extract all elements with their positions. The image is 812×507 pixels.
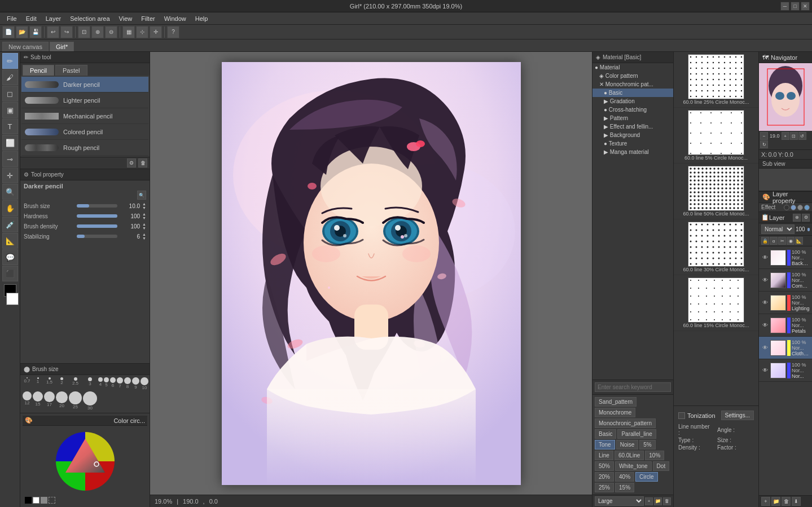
toolbar-open[interactable]: 📂 xyxy=(16,26,28,38)
stabilizing-slider[interactable] xyxy=(77,235,117,238)
toolbar-help[interactable]: ? xyxy=(167,26,179,38)
tool-move[interactable]: ✛ xyxy=(2,167,18,183)
brush-size-item[interactable]: 1.5 xyxy=(44,377,55,390)
tool-eraser[interactable]: ◻ xyxy=(2,86,18,102)
brush-density-stepper[interactable]: ▲▼ xyxy=(142,222,146,230)
menu-help[interactable]: Help xyxy=(191,14,213,23)
toolbar-redo[interactable]: ↪ xyxy=(60,26,73,38)
toolbar-transform[interactable]: ⊹ xyxy=(136,26,148,38)
material-size-select[interactable]: Large Medium Small xyxy=(595,496,644,506)
material-tree-item[interactable]: ▶ Gradation xyxy=(592,97,673,105)
material-tree-item[interactable]: ▶ Effect and fellin... xyxy=(592,122,673,131)
swatch-black[interactable] xyxy=(25,497,32,504)
layer-eye[interactable]: 👁 xyxy=(761,276,769,284)
brush-mechanical-pencil[interactable]: Mechanical pencil xyxy=(21,108,148,124)
tool-zoom[interactable]: 🔍 xyxy=(2,184,18,200)
material-tag[interactable]: 5% xyxy=(639,440,655,449)
stabilizing-stepper[interactable]: ▲▼ xyxy=(142,232,146,240)
minimize-btn[interactable]: ─ xyxy=(780,2,789,11)
material-add-icon[interactable]: + xyxy=(645,497,653,505)
tool-ruler[interactable]: 📐 xyxy=(2,233,18,249)
swatch-white[interactable] xyxy=(33,497,39,504)
brush-density-slider[interactable] xyxy=(77,224,117,228)
nav-zoom-in[interactable]: + xyxy=(782,132,789,140)
brush-size-item[interactable]: 10 xyxy=(141,377,148,390)
tab-girl[interactable]: Girl* xyxy=(50,42,74,51)
tool-text[interactable]: T xyxy=(2,118,18,134)
brush-size-item[interactable]: 8 xyxy=(124,377,131,390)
tool-frame[interactable]: ⬛ xyxy=(2,266,18,281)
maximize-btn[interactable]: □ xyxy=(791,2,800,11)
toolbar-zoom-out[interactable]: ⊖ xyxy=(105,26,117,38)
brush-size-item[interactable]: 3 xyxy=(83,377,97,390)
layer-blend-select[interactable]: Normal Multiply Screen Overlay xyxy=(761,224,795,234)
navigator-preview[interactable] xyxy=(759,63,812,131)
background-color[interactable] xyxy=(6,293,19,305)
material-tag[interactable]: 10% xyxy=(645,451,664,460)
layer-item[interactable]: 👁 100 % Nor... Nor... xyxy=(759,359,812,382)
tool-brush[interactable]: 🖌 xyxy=(2,69,18,85)
tool-select-lasso[interactable]: ⊸ xyxy=(2,151,18,167)
tool-balloon[interactable]: 💬 xyxy=(2,249,18,265)
brush-size-item[interactable]: 30 xyxy=(83,391,97,411)
layer-item[interactable]: 👁 100 % Nor... Petals xyxy=(759,314,812,337)
opacity-slider[interactable] xyxy=(807,228,810,231)
menu-edit[interactable]: Edit xyxy=(21,14,41,23)
sub-tool-settings-icon[interactable]: ⚙ xyxy=(127,158,136,167)
material-tag[interactable]: Line xyxy=(595,451,613,460)
layer-eye[interactable]: 👁 xyxy=(761,299,769,307)
material-tree-item[interactable]: ▶ Manga material xyxy=(592,148,673,156)
material-tag[interactable]: Parallel_line xyxy=(617,429,656,439)
layer-icon-ruler[interactable]: 📐 xyxy=(795,237,803,245)
swatch-gray[interactable] xyxy=(41,497,47,504)
canvas-container[interactable] xyxy=(150,52,592,495)
material-tree-item[interactable]: ● Basic xyxy=(592,89,673,97)
close-btn[interactable]: ✕ xyxy=(801,2,810,11)
tool-color-picker[interactable]: 💉 xyxy=(2,217,18,232)
layer-add-btn[interactable]: + xyxy=(761,497,770,506)
material-tree-item[interactable]: ◈ Color pattern xyxy=(592,72,673,80)
brush-size-item[interactable]: 1 xyxy=(33,377,43,390)
material-tag[interactable]: Basic xyxy=(595,429,616,439)
material-tag[interactable]: 15% xyxy=(615,483,634,492)
menu-window[interactable]: Window xyxy=(160,14,191,23)
layer-icon-alpha[interactable]: α xyxy=(770,237,778,245)
nav-rotate-left[interactable]: ↺ xyxy=(798,132,806,140)
material-tree-item[interactable]: ● Cross-hatching xyxy=(592,105,673,114)
material-tag[interactable]: 20% xyxy=(595,472,614,482)
material-tree-item[interactable]: ✕ Monochromic pat... xyxy=(592,80,673,89)
effect-dot-2[interactable] xyxy=(791,205,796,210)
material-tag[interactable]: Noise xyxy=(616,440,639,449)
brush-size-item[interactable]: 6 xyxy=(110,377,116,390)
material-del-icon[interactable]: 🗑 xyxy=(663,497,671,505)
layer-icon-lock[interactable]: 🔒 xyxy=(761,237,769,245)
layer-eye[interactable]: 👁 xyxy=(761,344,769,352)
brush-size-item[interactable]: 0.7 xyxy=(23,377,32,390)
material-tag[interactable]: 50% xyxy=(595,461,614,471)
tool-pencil[interactable]: ✏ xyxy=(2,53,18,69)
material-search-input[interactable] xyxy=(595,382,671,392)
brush-size-item[interactable]: 20 xyxy=(56,391,68,411)
material-tree-item[interactable]: ● Material xyxy=(592,63,673,72)
nav-fit[interactable]: ⊡ xyxy=(790,132,798,140)
nav-zoom-out[interactable]: − xyxy=(760,132,768,140)
layer-icon-ref[interactable]: ◉ xyxy=(787,237,795,245)
material-tag[interactable]: Tone xyxy=(595,440,615,449)
sub-tool-delete-icon[interactable]: 🗑 xyxy=(138,158,147,167)
material-tag[interactable]: 40% xyxy=(615,472,634,482)
tab-new-canvas[interactable]: New canvas xyxy=(2,42,49,51)
layer-merge-btn[interactable]: ⬇ xyxy=(792,497,801,506)
hardness-stepper[interactable]: ▲▼ xyxy=(142,212,146,220)
material-tag[interactable]: Sand_pattern xyxy=(595,397,637,407)
color-wheel-svg[interactable] xyxy=(54,430,116,492)
swatch-transparent[interactable] xyxy=(49,497,55,504)
material-tag[interactable]: 25% xyxy=(595,483,614,492)
layer-folder-btn[interactable]: 📁 xyxy=(771,497,780,506)
material-tree-item[interactable]: ▶ Background xyxy=(592,131,673,139)
brush-size-item[interactable]: 25 xyxy=(69,391,82,411)
layer-item[interactable]: 👁 100 % Nor... Background xyxy=(759,246,812,269)
material-tag[interactable]: Circle xyxy=(635,472,658,482)
hardness-slider[interactable] xyxy=(77,214,117,218)
toolbar-move[interactable]: ✛ xyxy=(150,26,162,38)
toolbar-select[interactable]: ▦ xyxy=(122,26,135,38)
